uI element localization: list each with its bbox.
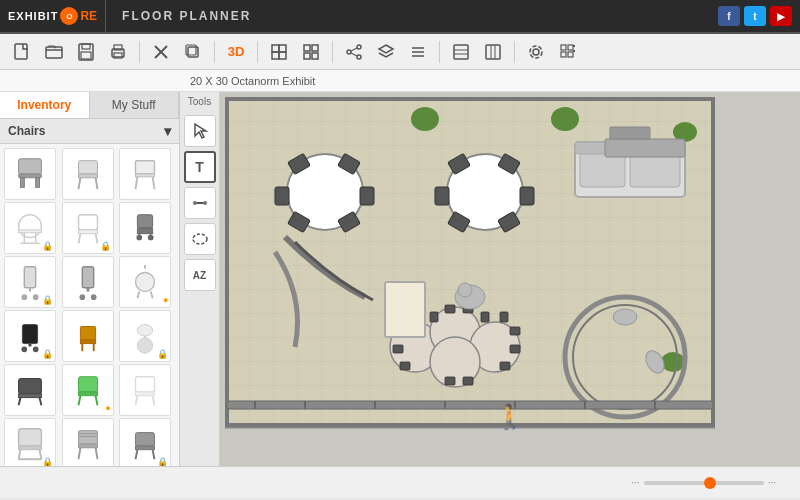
settings-button[interactable] (522, 38, 550, 66)
category-header[interactable]: Chairs ▾ (0, 119, 179, 144)
list-button[interactable] (404, 38, 432, 66)
svg-point-72 (33, 294, 39, 300)
list-item[interactable] (119, 202, 171, 254)
svg-rect-164 (510, 327, 520, 335)
canvas-title: 20 X 30 Octanorm Exhibit (190, 75, 315, 87)
svg-rect-116 (136, 433, 155, 446)
lock-icon: 🔒 (100, 241, 111, 251)
list-item[interactable]: 🔒 (119, 310, 171, 362)
svg-line-114 (78, 448, 80, 459)
svg-point-145 (411, 107, 439, 131)
delete-button[interactable] (147, 38, 175, 66)
logo-ore-text: RE (80, 9, 97, 23)
list-item[interactable]: ● (119, 256, 171, 308)
list-item[interactable] (62, 256, 114, 308)
duplicate-button[interactable] (179, 38, 207, 66)
lock-icon: 🔒 (157, 349, 168, 359)
list-item[interactable]: 🔒 (62, 202, 114, 254)
youtube-icon[interactable]: ▶ (770, 6, 792, 26)
svg-line-50 (95, 178, 97, 189)
svg-rect-176 (227, 401, 713, 409)
inventory-tab[interactable]: Inventory (0, 92, 90, 118)
new-button[interactable] (8, 38, 36, 66)
svg-line-104 (153, 396, 155, 406)
svg-rect-98 (78, 392, 97, 396)
save-button[interactable] (72, 38, 100, 66)
zoom-dots-right: ··· (768, 477, 776, 488)
svg-rect-101 (136, 377, 155, 392)
svg-point-71 (21, 294, 27, 300)
svg-rect-149 (605, 139, 685, 157)
svg-point-22 (357, 55, 361, 59)
select-tool-button[interactable] (184, 115, 216, 147)
logo-exhibit-text: EXHIBIT (8, 10, 58, 22)
my-stuff-tab[interactable]: My Stuff (90, 92, 180, 118)
zoom-thumb[interactable] (704, 477, 716, 489)
svg-rect-166 (393, 345, 403, 353)
grid3-button[interactable] (554, 38, 582, 66)
svg-rect-46 (36, 178, 40, 188)
svg-point-66 (148, 235, 154, 241)
svg-rect-170 (500, 362, 510, 370)
main-canvas[interactable]: 🚶 (220, 92, 800, 466)
header-social: f t ▶ (718, 6, 800, 26)
tools-panel: Tools T AZ (180, 92, 220, 466)
svg-rect-74 (82, 267, 93, 288)
svg-line-23 (351, 48, 357, 51)
twitter-icon[interactable]: t (744, 6, 766, 26)
layers-button[interactable] (372, 38, 400, 66)
svg-rect-131 (275, 187, 289, 205)
share-button[interactable] (340, 38, 368, 66)
svg-rect-106 (19, 446, 42, 450)
svg-point-78 (136, 273, 155, 292)
floor-plan-svg (225, 97, 715, 442)
print-button[interactable] (104, 38, 132, 66)
svg-line-53 (136, 177, 138, 189)
svg-point-76 (91, 294, 97, 300)
list-item[interactable]: 🔒 (119, 418, 171, 466)
3d-view-button[interactable]: 3D (222, 38, 250, 66)
list-item[interactable] (119, 364, 171, 416)
label-tool-button[interactable]: AZ (184, 259, 216, 291)
separator-3 (257, 41, 258, 63)
separator-1 (139, 41, 140, 63)
line-tool-button[interactable] (184, 187, 216, 219)
svg-rect-105 (19, 429, 42, 446)
list-item[interactable] (4, 148, 56, 200)
svg-rect-56 (19, 230, 42, 233)
svg-rect-52 (136, 174, 155, 177)
list-item[interactable]: 🔒 (4, 202, 56, 254)
svg-rect-93 (19, 379, 42, 394)
list-item[interactable]: 🔒 (4, 418, 56, 466)
svg-rect-86 (80, 327, 95, 340)
svg-rect-167 (400, 362, 410, 370)
grid1-button[interactable] (447, 38, 475, 66)
svg-rect-110 (78, 431, 97, 444)
svg-rect-102 (136, 392, 155, 396)
svg-rect-150 (610, 127, 650, 139)
svg-point-55 (19, 215, 42, 238)
svg-rect-42 (573, 50, 575, 52)
text-tool-button[interactable]: T (184, 151, 216, 183)
svg-rect-47 (78, 161, 97, 174)
facebook-icon[interactable]: f (718, 6, 740, 26)
svg-line-81 (151, 292, 153, 299)
list-item[interactable]: 🔒 (4, 310, 56, 362)
svg-line-96 (40, 398, 42, 406)
list-item[interactable] (62, 148, 114, 200)
grid2-button[interactable] (479, 38, 507, 66)
list-item[interactable]: 🔒 (4, 256, 56, 308)
arrange2-button[interactable] (297, 38, 325, 66)
list-item[interactable] (62, 310, 114, 362)
toolbar: 3D (0, 34, 800, 70)
svg-rect-137 (520, 187, 534, 205)
svg-point-174 (613, 309, 637, 325)
list-item[interactable] (119, 148, 171, 200)
ellipse-tool-button[interactable] (184, 223, 216, 255)
zoom-slider[interactable] (644, 481, 764, 485)
list-item[interactable]: ● (62, 364, 114, 416)
list-item[interactable] (4, 364, 56, 416)
list-item[interactable] (62, 418, 114, 466)
arrange1-button[interactable] (265, 38, 293, 66)
open-button[interactable] (40, 38, 68, 66)
